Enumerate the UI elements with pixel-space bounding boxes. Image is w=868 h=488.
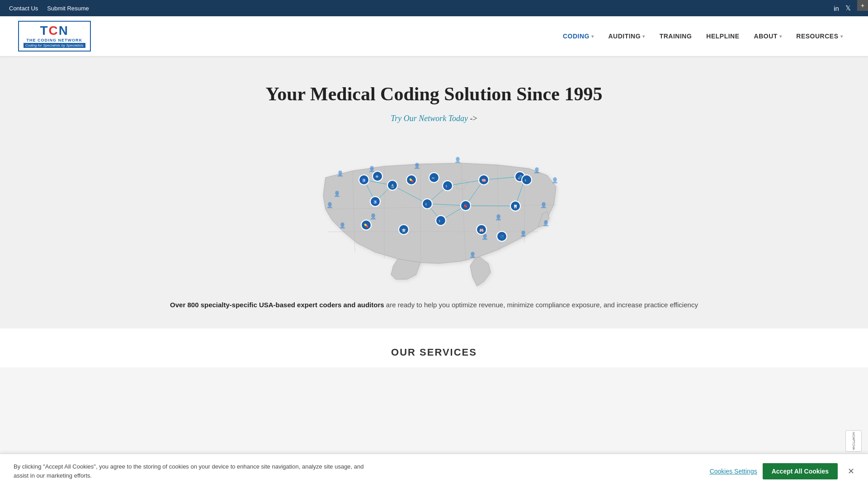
svg-text:🦷: 🦷 — [513, 204, 518, 209]
svg-text:🫀: 🫀 — [463, 204, 468, 208]
nav-helpline[interactable]: HELPLINE — [699, 23, 746, 49]
header: TCN THE CODING NETWORK Coding for Specia… — [0, 16, 868, 56]
svg-text:♿: ♿ — [362, 178, 366, 183]
services-section: OUR SERVICES — [0, 328, 868, 367]
svg-text:⚕: ⚕ — [445, 184, 447, 188]
svg-text:👤: 👤 — [368, 165, 375, 172]
nav-resources[interactable]: RESOURCES ▾ — [789, 23, 850, 49]
submit-resume-link[interactable]: Submit Resume — [47, 5, 89, 12]
main-nav: CODING ▾ AUDITING ▾ TRAINING HELPLINE AB… — [556, 23, 850, 49]
svg-text:💊: 💊 — [409, 178, 414, 183]
svg-text:🩺: 🩺 — [500, 235, 504, 239]
usa-map-container: 👤 👤 👤 👤 👤 👤 👤 👤 👤 👤 👤 👤 👤 👤 👤 👤 — [294, 137, 574, 291]
svg-text:⚕: ⚕ — [439, 219, 440, 223]
svg-text:👤: 👤 — [540, 202, 547, 208]
svg-text:👤: 👤 — [533, 167, 540, 174]
logo-subtitle2: Coding for Specialists by Specialists — [24, 43, 85, 48]
chevron-down-icon: ▾ — [591, 34, 594, 39]
svg-text:🔬: 🔬 — [390, 183, 395, 188]
twitter-icon[interactable]: 𝕏 — [845, 4, 851, 12]
svg-text:👤: 👤 — [454, 156, 461, 163]
svg-text:👤: 👤 — [542, 220, 549, 226]
try-network-link[interactable]: Try Our Network Today -> — [391, 114, 477, 123]
hero-section: Your Medical Coding Solution Since 1995 … — [0, 56, 868, 328]
hero-title: Your Medical Coding Solution Since 1995 — [9, 83, 859, 105]
svg-text:👤: 👤 — [326, 202, 333, 208]
svg-text:👤: 👤 — [370, 213, 377, 220]
map-description: Over 800 specialty-specific USA-based ex… — [9, 300, 859, 310]
linkedin-icon[interactable]: in — [834, 5, 839, 12]
expand-button[interactable]: + — [857, 0, 868, 11]
top-bar: Contact Us Submit Resume in 𝕏 f + — [0, 0, 868, 16]
svg-text:🩻: 🩻 — [401, 228, 406, 232]
contact-us-link[interactable]: Contact Us — [9, 5, 38, 12]
svg-text:♿: ♿ — [373, 200, 377, 204]
svg-point-49 — [443, 181, 453, 191]
chevron-down-icon: ▾ — [642, 34, 645, 39]
top-bar-links: Contact Us Submit Resume — [9, 5, 89, 12]
logo-box: TCN THE CODING NETWORK Coding for Specia… — [18, 21, 91, 52]
logo-subtitle1: THE CODING NETWORK — [24, 38, 85, 42]
usa-map-svg: 👤 👤 👤 👤 👤 👤 👤 👤 👤 👤 👤 👤 👤 👤 👤 👤 — [294, 137, 574, 291]
nav-auditing[interactable]: AUDITING ▾ — [601, 23, 652, 49]
social-icons: in 𝕏 f — [834, 4, 859, 12]
svg-text:👤: 👤 — [339, 222, 346, 229]
svg-text:👤: 👤 — [469, 251, 476, 258]
svg-text:👤: 👤 — [414, 162, 420, 169]
nav-coding[interactable]: CODING ▾ — [556, 23, 601, 49]
svg-text:✂: ✂ — [432, 176, 435, 180]
chevron-down-icon: ▾ — [840, 34, 843, 39]
nav-training[interactable]: TRAINING — [652, 23, 699, 49]
svg-text:👤: 👤 — [334, 190, 340, 197]
svg-point-65 — [436, 216, 446, 225]
svg-text:👤: 👤 — [495, 214, 502, 221]
svg-point-55 — [522, 175, 532, 185]
svg-text:👤: 👤 — [337, 170, 344, 177]
svg-text:🫁: 🫁 — [479, 228, 484, 232]
services-title: OUR SERVICES — [9, 347, 859, 358]
logo-tcn-text: TCN — [24, 24, 85, 37]
hero-cta: Try Our Network Today -> — [9, 114, 859, 123]
svg-text:💊: 💊 — [364, 223, 368, 228]
svg-text:👤: 👤 — [552, 177, 558, 183]
svg-point-59 — [422, 199, 432, 209]
svg-text:⚕: ⚕ — [524, 178, 526, 183]
nav-about[interactable]: ABOUT ▾ — [747, 23, 789, 49]
logo[interactable]: TCN THE CODING NETWORK Coding for Specia… — [18, 21, 91, 52]
svg-text:👁: 👁 — [375, 175, 379, 179]
svg-text:⚕: ⚕ — [425, 202, 427, 206]
svg-text:👤: 👤 — [520, 230, 527, 237]
chevron-down-icon: ▾ — [779, 34, 782, 39]
svg-text:🧠: 🧠 — [481, 178, 486, 183]
